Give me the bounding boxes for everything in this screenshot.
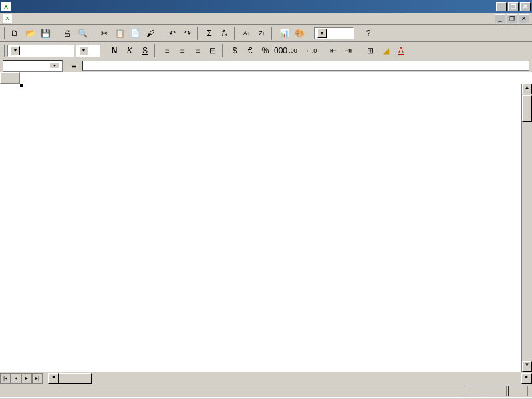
chart-wizard-button[interactable]: 📊	[277, 26, 291, 41]
increase-decimal-button[interactable]: .00→	[289, 43, 303, 58]
bold-button[interactable]: N	[107, 43, 122, 58]
font-size-combo[interactable]: ▼	[76, 45, 100, 57]
paste-button[interactable]: 📄	[128, 26, 142, 41]
status-pane	[466, 386, 485, 396]
copy-button[interactable]: 📋	[112, 26, 127, 41]
borders-button[interactable]: ⊞	[363, 43, 378, 58]
align-right-button[interactable]: ≡	[190, 43, 205, 58]
formatting-toolbar: ▼ ▼ N K S ≡ ≡ ≡ ⊟ $ € % 000 .00→ ←.0 ⇤ ⇥…	[0, 42, 532, 59]
drawing-button[interactable]: 🎨	[292, 26, 307, 41]
decrease-indent-button[interactable]: ⇤	[326, 43, 340, 58]
font-color-button[interactable]: A	[394, 43, 408, 58]
font-combo[interactable]: ▼	[7, 45, 74, 57]
minimize-button[interactable]: _	[496, 2, 507, 11]
decrease-decimal-button[interactable]: ←.0	[304, 43, 319, 58]
title-bar: X _ ❐ ✕	[0, 0, 532, 13]
restore-button[interactable]: ❐	[508, 2, 519, 11]
format-painter-button[interactable]: 🖌	[143, 26, 158, 41]
fill-color-button[interactable]: ◢	[378, 43, 393, 58]
horizontal-scrollbar[interactable]: ◂ ▸	[48, 373, 532, 384]
comma-button[interactable]: 000	[273, 43, 288, 58]
function-button[interactable]: fₓ	[217, 26, 232, 41]
select-all-corner[interactable]	[0, 72, 20, 84]
help-button[interactable]: ?	[361, 26, 376, 41]
num-lock-indicator	[487, 386, 507, 396]
mdi-restore-button[interactable]: ❐	[507, 14, 517, 23]
sheet-tab-bar: |◂ ◂ ▸ ▸| ◂ ▸	[0, 372, 532, 384]
status-bar	[0, 384, 532, 397]
equals-label: =	[68, 62, 80, 70]
menu-bar: X _ ❐ ✕	[0, 13, 532, 25]
scroll-left-button[interactable]: ◂	[48, 373, 59, 384]
euro-button[interactable]: €	[243, 43, 257, 58]
chevron-down-icon[interactable]: ▼	[317, 29, 327, 38]
scroll-up-button[interactable]: ▲	[522, 84, 532, 94]
scroll-thumb[interactable]	[59, 373, 92, 384]
currency-button[interactable]: $	[227, 43, 242, 58]
scroll-down-button[interactable]: ▼	[522, 361, 532, 372]
percent-button[interactable]: %	[258, 43, 273, 58]
mdi-close-button[interactable]: ✕	[519, 14, 529, 23]
chevron-down-icon[interactable]: ▼	[79, 46, 88, 55]
underline-button[interactable]: S	[138, 43, 152, 58]
zoom-combo[interactable]: ▼	[314, 27, 354, 39]
excel-mdi-icon: X	[3, 14, 12, 23]
chevron-down-icon[interactable]: ▼	[11, 46, 20, 55]
spreadsheet-grid: ▲ ▼	[0, 72, 532, 372]
prev-sheet-button[interactable]: ◂	[11, 373, 21, 384]
sort-desc-button[interactable]: Z↓	[255, 26, 269, 41]
align-center-button[interactable]: ≡	[175, 43, 190, 58]
open-button[interactable]: 📂	[23, 26, 37, 41]
formula-bar: ▼ =	[0, 59, 532, 72]
first-sheet-button[interactable]: |◂	[0, 373, 11, 384]
last-sheet-button[interactable]: ▸|	[32, 373, 43, 384]
toolbar-handle[interactable]	[3, 45, 5, 57]
new-button[interactable]: 🗋	[7, 26, 22, 41]
toolbar-handle[interactable]	[3, 27, 5, 39]
cut-button[interactable]: ✂	[97, 26, 112, 41]
redo-button[interactable]: ↷	[180, 26, 195, 41]
formula-input[interactable]	[82, 61, 529, 71]
align-left-button[interactable]: ≡	[160, 43, 174, 58]
standard-toolbar: 🗋 📂 💾 🖨 🔍 ✂ 📋 📄 🖌 ↶ ↷ Σ fₓ A↓ Z↓ 📊 🎨 ▼ ?	[0, 25, 532, 42]
increase-indent-button[interactable]: ⇥	[341, 43, 356, 58]
name-box[interactable]: ▼	[3, 60, 63, 72]
next-sheet-button[interactable]: ▸	[21, 373, 32, 384]
excel-app-icon: X	[1, 2, 11, 11]
save-button[interactable]: 💾	[38, 26, 53, 41]
scroll-thumb[interactable]	[522, 95, 532, 122]
status-pane	[508, 386, 528, 396]
close-button[interactable]: ✕	[520, 2, 531, 11]
vertical-scrollbar[interactable]: ▲ ▼	[521, 84, 532, 372]
mdi-minimize-button[interactable]: _	[495, 14, 505, 23]
italic-button[interactable]: K	[122, 43, 137, 58]
sort-asc-button[interactable]: A↓	[239, 26, 254, 41]
print-button[interactable]: 🖨	[60, 26, 74, 41]
scroll-right-button[interactable]: ▸	[521, 373, 532, 384]
chevron-down-icon[interactable]: ▼	[50, 63, 59, 68]
undo-button[interactable]: ↶	[165, 26, 180, 41]
print-preview-button[interactable]: 🔍	[75, 26, 90, 41]
autosum-button[interactable]: Σ	[202, 26, 217, 41]
merge-center-button[interactable]: ⊟	[205, 43, 220, 58]
